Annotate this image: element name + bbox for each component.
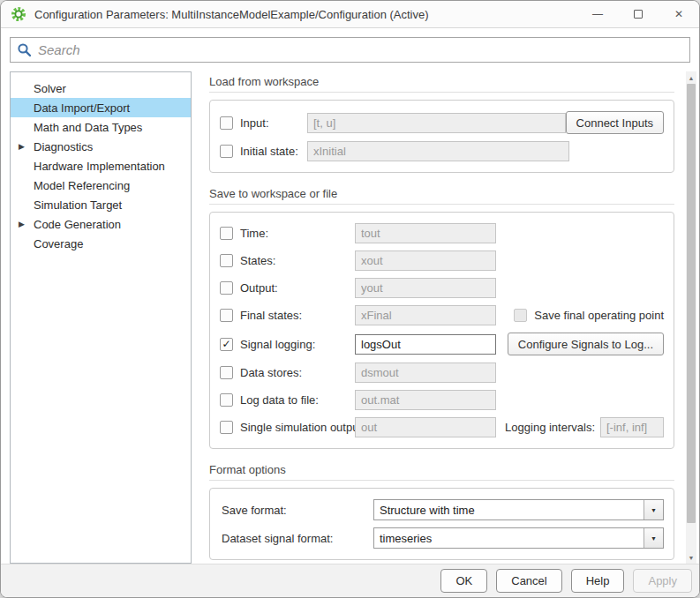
save-format-value: Structure with time [374,500,644,520]
output-checkbox[interactable] [220,281,233,295]
sidebar-item-label: Math and Data Types [34,121,142,134]
initial-state-label: Initial state: [240,145,307,158]
time-label: Time: [240,227,355,240]
configuration-parameters-dialog: Configuration Parameters: MultiInstanceM… [0,0,700,598]
simulink-config-gear-icon [11,6,26,22]
save-format-label: Save format: [222,504,373,517]
time-row: Time: [220,223,664,243]
close-button[interactable]: ✕ [659,1,699,27]
scrollbar-thumb[interactable] [687,84,696,523]
initial-state-checkbox[interactable] [220,145,233,158]
load-from-workspace-group: Input: Connect Inputs Initial state: [209,100,674,173]
input-label: Input: [240,116,307,130]
dataset-signal-format-row: Dataset signal format: timeseries ▼ [220,527,664,549]
sidebar-item-model-referencing[interactable]: Model Referencing [11,176,191,195]
signal-logging-label: Signal logging: [240,338,355,351]
dropdown-arrow-icon[interactable]: ▼ [644,500,663,520]
final-states-checkbox[interactable] [220,309,233,322]
sidebar-item-math-and-data-types[interactable]: Math and Data Types [11,117,191,137]
states-checkbox[interactable] [220,254,233,267]
signal-logging-row: ✓ Signal logging: Configure Signals to L… [220,333,664,355]
help-button[interactable]: Help [571,569,625,593]
output-row: Output: [220,278,664,298]
sidebar-item-label: Model Referencing [34,179,130,192]
initial-state-row: Initial state: [220,141,664,161]
sidebar-item-hardware-implementation[interactable]: Hardware Implementation [11,156,191,176]
dialog-content: Solver Data Import/Export Math and Data … [1,68,699,564]
sidebar-item-data-import-export[interactable]: Data Import/Export [11,98,191,117]
final-states-label: Final states: [240,309,355,322]
sidebar-item-coverage[interactable]: Coverage [11,234,191,253]
save-format-row: Save format: Structure with time ▼ [220,499,664,520]
sidebar-item-diagnostics[interactable]: ▶Diagnostics [11,137,191,156]
dataset-signal-format-label: Dataset signal format: [222,532,373,545]
data-stores-field [355,363,496,383]
search-input[interactable] [38,38,689,62]
sidebar-item-label: Code Generation [34,218,121,231]
ok-button[interactable]: OK [440,569,487,593]
final-states-row: Final states: Save final operating point [220,305,664,325]
sidebar-item-label: Simulation Target [34,198,122,212]
minimize-button[interactable]: — [577,1,618,27]
save-final-operating-point-label: Save final operating point [534,309,664,322]
single-simulation-output-label: Single simulation output: [240,421,355,434]
format-options-group: Save format: Structure with time ▼ Datas… [209,488,674,560]
category-tree: Solver Data Import/Export Math and Data … [10,71,192,564]
sidebar-item-label: Solver [34,82,66,95]
single-simulation-output-checkbox[interactable] [220,421,233,434]
states-field [355,250,496,271]
data-stores-checkbox[interactable] [220,366,233,379]
log-data-to-file-row: Log data to file: [220,390,664,410]
save-to-workspace-group: Time: States: Output: Final states: [209,212,674,449]
input-field [307,113,566,133]
window-title: Configuration Parameters: MultiInstanceM… [34,8,429,21]
output-field [355,278,496,298]
logging-intervals: Logging intervals: [498,417,664,437]
data-stores-row: Data stores: [220,363,664,383]
time-field [355,223,496,243]
dropdown-arrow-icon[interactable]: ▼ [644,528,663,548]
input-checkbox[interactable] [220,116,233,130]
close-icon: ✕ [674,8,683,20]
log-data-to-file-checkbox[interactable] [220,393,233,407]
save-final-operating-point: Save final operating point [514,309,664,322]
signal-logging-field[interactable] [355,334,496,355]
dataset-signal-format-value: timeseries [374,528,644,548]
scroll-down-icon[interactable]: ▼ [686,551,696,564]
time-checkbox[interactable] [220,227,233,240]
configure-signals-button[interactable]: Configure Signals to Log... [508,333,664,355]
input-row: Input: Connect Inputs [220,111,664,134]
expand-arrow-icon[interactable]: ▶ [19,142,34,151]
connect-inputs-button[interactable]: Connect Inputs [566,111,664,134]
output-label: Output: [240,281,355,295]
logging-intervals-field [600,417,664,437]
states-row: States: [220,250,664,271]
initial-state-field [307,141,569,161]
data-stores-label: Data stores: [240,366,355,379]
sidebar-item-code-generation[interactable]: ▶Code Generation [11,214,191,234]
section-title-save-to-workspace: Save to workspace or file [209,187,674,205]
sidebar-item-solver[interactable]: Solver [11,78,191,98]
maximize-button[interactable] [618,1,659,27]
cancel-button[interactable]: Cancel [496,569,561,593]
minimize-icon: — [592,8,603,20]
scroll-up-icon[interactable]: ▲ [686,71,696,84]
logging-intervals-label: Logging intervals: [505,421,595,434]
dataset-signal-format-dropdown[interactable]: timeseries ▼ [373,527,664,549]
sidebar-item-label: Data Import/Export [34,101,130,115]
search-row [1,28,699,68]
expand-arrow-icon[interactable]: ▶ [19,220,34,228]
section-title-format-options: Format options [209,463,674,481]
sidebar-item-simulation-target[interactable]: Simulation Target [11,195,191,214]
signal-logging-checkbox[interactable]: ✓ [220,338,233,351]
sidebar-item-label: Hardware Implementation [34,160,165,173]
sidebar-item-label: Coverage [34,237,83,250]
log-data-to-file-field [355,390,496,410]
states-label: States: [240,254,355,267]
dialog-button-bar: OK Cancel Help Apply [1,564,699,597]
save-final-operating-point-checkbox [514,309,527,322]
vertical-scrollbar[interactable]: ▲ ▼ [686,71,696,564]
section-title-load-from-workspace: Load from workspace [209,75,674,93]
search-box[interactable] [10,37,690,63]
save-format-dropdown[interactable]: Structure with time ▼ [373,499,664,520]
